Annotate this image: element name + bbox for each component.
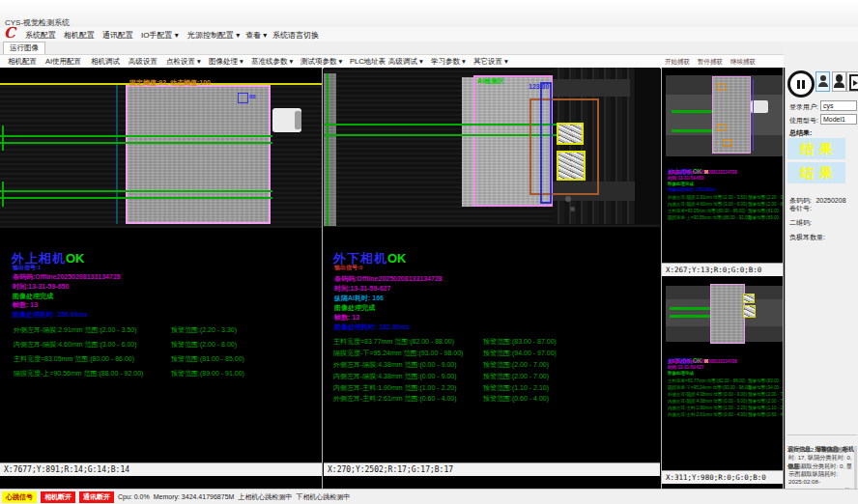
menu-item-comm-config[interactable]: 通讯配置 (102, 30, 133, 41)
tool-ai-config[interactable]: AI使用配置 (45, 57, 81, 67)
capture-continue-button[interactable]: 继续捕获 (730, 58, 756, 67)
menu-item-light-config[interactable]: 光源控制配置 ▾ (187, 30, 240, 41)
center-vertical-line (327, 73, 329, 226)
logout-button[interactable] (846, 71, 858, 92)
measurement-row: 主料宽度=83.05mm 范围:(80.00 - 86.00) 预警范围:(81… (14, 354, 320, 364)
left-camera-view[interactable]: 固定阈值:93, 动态阈值:100 88 外上相机OK 输出信号:1 条码码:O… (0, 68, 322, 489)
thumb2-roi-plate (710, 284, 745, 344)
menu-item-io-config[interactable]: IO手配置 ▾ (141, 30, 179, 41)
thumb2-mrow: 外侧左耳-隔膜:4.38mm 范围:(0.00 - 9.00)预警范围:(2.0… (668, 392, 783, 397)
tab-detect-box-2 (557, 151, 586, 181)
operator-button[interactable] (832, 71, 846, 92)
menu-item-view[interactable]: 查看 ▾ (245, 30, 267, 41)
thumb2-mrow: 外侧左耳-主料:2.61mm 范围:(0.60 - 4.00)预警范围:(0.6… (668, 412, 783, 417)
center-camera-view[interactable]: AI检测区 123.80 外下相机OK 输出信号:0 条码码:Offline20… (324, 68, 660, 489)
left-frame-line: 帧数: 13 (13, 300, 38, 310)
tab-count-label: 负极耳数量: (789, 233, 825, 242)
left-result-ok: OK (66, 251, 85, 266)
panel-divider (783, 68, 784, 489)
menu-item-system-config[interactable]: 系统配置 (25, 30, 56, 41)
center-coordinate-bar: X:270;Y:2502;R:17;G:17;B:17 (324, 462, 660, 476)
tool-camera-config[interactable]: 相机配置 (8, 57, 37, 67)
right-chrome-fill (784, 42, 858, 68)
left-edge-line (116, 85, 118, 224)
measure-warn: 预警范围:(94.00 - 97.00) (483, 349, 557, 358)
tool-learn-params[interactable]: 学习参数 ▾ (431, 57, 466, 67)
left-measure-line-1 (0, 135, 272, 137)
operator-icon (834, 82, 844, 88)
thumb2-green-line-2 (670, 315, 710, 318)
thumb2-mrow: 主料宽度=83.77mm 范围:(82.00 - 88.00)预警范围:(83.… (668, 378, 783, 383)
thumb1-blue-line (753, 79, 754, 151)
qrcode-label: 二维码: (789, 218, 812, 228)
machine-block-1 (553, 79, 630, 97)
thumb-camera-view-top[interactable]: 外上相机OK 条码码:Offline20250208133134728 时间:1… (662, 68, 783, 276)
barcode-value: 20250208 (815, 197, 845, 204)
tool-image-process[interactable]: 图像处理 ▾ (209, 57, 243, 67)
tool-plc-table[interactable]: PLC地址表 (350, 57, 386, 67)
thumb1-mwarn: 预警范围:(2.20 - 3.30) (748, 195, 783, 200)
thumb2-mtext: 内侧左耳-隔膜:4.38mm 范围:(0.00 - 9.00) (668, 399, 747, 404)
result-box-bottom: 结果 (787, 162, 845, 183)
measure-warn: 预警范围:(2.20 - 3.30) (171, 325, 237, 335)
app-window: CYS-视觉检测系统 C 系统配置 相机配置 通讯配置 IO手配置 ▾ 光源控制… (0, 0, 858, 504)
left-threshold-overlay: 固定阈值:93, 动态阈值:100 (129, 78, 211, 88)
panel-divider (661, 68, 662, 489)
comm-badge: 通讯断开 (79, 491, 114, 503)
measure-warn: 预警范围:(83.00 - 87.00) (483, 337, 557, 347)
thumb1-mwarn: 预警范围:(2.00 - 8.00) (748, 202, 783, 207)
thumb1-mtext: 主料宽度=83.05mm 范围:(80.00 - 86.00) (668, 209, 745, 213)
thumb1-mwarn: 预警范围:(89.00 - 91.00) (748, 215, 783, 220)
capture-pause-button[interactable]: 暂停捕获 (698, 58, 723, 67)
tool-other-settings[interactable]: 其它设置 ▾ (473, 57, 508, 67)
measure-value: 主料宽度=83.77mm 范围:(82.00 - 88.00) (333, 338, 454, 345)
thumb2-mwarn: 预警范围:(83.00 - 87.00) (748, 378, 783, 383)
user-icon (820, 75, 826, 81)
thumb1-green-line-2 (672, 129, 712, 132)
measure-warn: 预警范围:(81.00 - 85.00) (171, 354, 244, 364)
thumb2-status: 图像处理完成 (668, 371, 694, 376)
menu-item-language-switch[interactable]: 系统语言切换 (272, 30, 319, 41)
thumb2-mwarn: 预警范围:(2.00 - 7.00) (748, 399, 783, 404)
tool-camera-debug[interactable]: 相机调试 (91, 57, 120, 67)
tool-advanced-set[interactable]: 高级设置 (129, 57, 157, 67)
measure-value: 隔膜宽度-上=90.56mm 范围:(88.00 - 92.00) (14, 370, 143, 377)
measurement-row: 内侧左耳-隔膜:4.38mm 范围:(0.00 - 9.00) 预警范围:(2.… (333, 372, 658, 381)
tool-spot-check[interactable]: 点检设置 ▾ (166, 57, 201, 67)
login-user-button[interactable] (815, 71, 830, 92)
thumb-camera-view-bottom[interactable]: 外下相机OK 条码码:Offline20250208133134728 时间:1… (662, 276, 783, 489)
right-control-panel: 登录用户: cys 使用型号: Model1 总结果: 结果 结果 条码码: 2… (785, 68, 858, 489)
bolt-2 (570, 207, 575, 211)
pause-button[interactable] (787, 70, 815, 98)
model-label: 使用型号: (789, 116, 818, 126)
tool-advanced-debug[interactable]: 高级调试 ▾ (388, 57, 423, 67)
menu-item-camera-config[interactable]: 相机配置 (64, 30, 95, 41)
machine-dark-edge (635, 68, 660, 224)
tab-run-image[interactable]: 运行图像 (3, 42, 45, 54)
thumb1-green-line-1 (672, 110, 712, 113)
thumb2-mwarn: 预警范围:(1.10 - 2.10) (748, 406, 783, 410)
thumb2-mwarn: 预警范围:(0.60 - 4.00) (748, 412, 783, 417)
tool-test-params[interactable]: 测试项参数 ▾ (300, 57, 342, 67)
center-measure-line-2 (324, 134, 557, 136)
left-roi-plate (126, 85, 271, 224)
left-connector-tip (295, 111, 301, 129)
left-blue-value: 88 (249, 94, 256, 99)
left-elapsed-line: 图像处理耗时: 256.00ms (13, 310, 88, 320)
thumb1-mwarn: 预警范围:(81.00 - 85.00) (748, 209, 783, 213)
heartbeat-badge: 心跳信号 (2, 491, 37, 503)
capture-start-button[interactable]: 开始捕获 (665, 58, 690, 67)
bottom-camera-heartbeat: 下相机心跳检测中 (296, 492, 350, 502)
model-input[interactable]: Model1 (820, 114, 857, 125)
tool-baseline-params[interactable]: 基准线参数 ▾ (251, 57, 293, 67)
left-measure-line-2 (0, 142, 272, 144)
login-user-input[interactable]: cys (820, 100, 857, 111)
thumb2-green-line-1 (670, 307, 710, 310)
center-ai-line: 纵隔AI耗时: 166 (334, 294, 384, 303)
thumb1-coordinate-bar: X:267;Y:13;R:0;G:0;B:0 (662, 263, 783, 276)
cpu-usage: Cpu: 0.0% (118, 493, 150, 500)
left-coordinate-bar: X:7677;Y:891;R:14;G:14;B:14 (0, 462, 322, 476)
thumb1-mrow: 主料宽度=83.05mm 范围:(80.00 - 86.00)预警范围:(81.… (668, 209, 783, 213)
thumb2-barcode: 条码码:Offline20250208133134728 (668, 359, 737, 364)
thumb2-mtext: 外侧左耳-主料:2.61mm 范围:(0.60 - 4.00) (668, 412, 747, 417)
